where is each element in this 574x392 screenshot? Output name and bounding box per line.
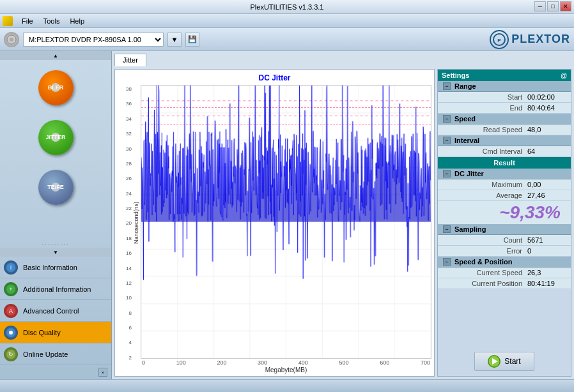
svg-text:P: P — [498, 38, 502, 43]
svg-text:i: i — [10, 264, 12, 271]
disc-items: BLER JITTER TE/FE — [0, 60, 111, 238]
average-row: Average 27,46 — [438, 190, 571, 201]
speed-collapse-button[interactable]: − — [443, 115, 451, 123]
scroll-down-button[interactable]: ▼ — [0, 248, 111, 257]
cmd-interval-row: Cmd Interval 64 — [438, 146, 571, 157]
drive-select[interactable]: M:PLEXTOR DVDR PX-890SA 1.00 — [23, 33, 164, 47]
close-button[interactable]: ✕ — [560, 1, 571, 11]
jitter-icon: JITTER — [38, 120, 74, 155]
nav-items: i Basic Information + Additional Informa… — [0, 257, 111, 365]
range-section-header: − Range — [438, 81, 571, 92]
online-update-label: Online Update — [23, 351, 68, 358]
main-area: ▲ BLER JITTER TE/FE ......... ▼ — [0, 51, 574, 379]
interval-collapse-button[interactable]: − — [443, 137, 451, 144]
chart-area: DC Jitter 383634323028262422201816141210… — [114, 69, 435, 377]
sidebar-item-additional-information[interactable]: + Additional Information — [0, 278, 111, 300]
start-button-area: Start — [438, 347, 571, 376]
save-button[interactable]: 💾 — [185, 33, 199, 47]
settings-panel: Settings @ − Range Start 00:02:00 End 80… — [437, 69, 571, 377]
advanced-control-icon: A — [4, 304, 18, 318]
speed-position-section-header: − Speed & Position — [438, 257, 571, 268]
y-axis-label: Nanosecond(ns) — [132, 85, 141, 373]
disc-quality-icon — [4, 326, 18, 340]
plextor-logo: P PLEXTOR — [490, 30, 570, 49]
sidebar-item-disc-quality[interactable]: Disc Quality — [0, 322, 111, 343]
tab-bar: Jitter — [114, 54, 571, 66]
sampling-collapse-button[interactable]: − — [443, 225, 451, 233]
additional-information-label: Additional Information — [23, 285, 91, 293]
svg-text:A: A — [9, 308, 13, 314]
start-row: Start 00:02:00 — [438, 92, 571, 103]
percent-display: ~9,33% — [438, 201, 571, 224]
current-position-row: Current Position 80:41:19 — [438, 278, 571, 289]
svg-point-11 — [9, 331, 13, 335]
x-axis-ticks: 0100200300400500600700 — [141, 359, 431, 366]
logo-circle: P — [490, 30, 509, 49]
disc-bler[interactable]: BLER — [30, 65, 81, 110]
statusbar — [0, 379, 574, 392]
menu-file[interactable]: File — [17, 16, 38, 26]
logo-text: PLEXTOR — [511, 33, 570, 46]
disc-quality-label: Disc Quality — [23, 329, 61, 336]
additional-information-icon: + — [4, 282, 18, 296]
end-row: End 80:40:64 — [438, 103, 571, 114]
online-update-icon: ↻ — [4, 347, 18, 361]
disc-jitter[interactable]: JITTER — [30, 115, 81, 160]
titlebar: PlexUTILITIES v1.3.3.1 ─ □ ✕ — [0, 0, 574, 14]
speed-section-header: − Speed — [438, 114, 571, 124]
svg-point-1 — [10, 38, 13, 41]
svg-text:↻: ↻ — [8, 351, 13, 358]
toolbar: M:PLEXTOR DVDR PX-890SA 1.00 ▼ 💾 P PLEXT… — [0, 28, 574, 51]
scroll-up-button[interactable]: ▲ — [0, 51, 111, 60]
dropdown-button[interactable]: ▼ — [167, 33, 182, 47]
settings-header: Settings @ — [438, 70, 571, 81]
menu-help[interactable]: Help — [65, 16, 89, 26]
app-title: PlexUTILITIES v1.3.3.1 — [251, 3, 324, 11]
start-button-icon — [488, 355, 500, 368]
current-speed-row: Current Speed 26,3 — [438, 268, 571, 278]
maximum-row: Maximum 0,00 — [438, 179, 571, 190]
dots-divider: ......... — [0, 238, 111, 248]
settings-at-icon[interactable]: @ — [561, 72, 567, 79]
x-axis-label: Megabyte(MB) — [141, 366, 431, 373]
range-collapse-button[interactable]: − — [443, 82, 451, 90]
basic-information-icon: i — [4, 260, 18, 275]
dc-jitter-section-header: − DC Jitter — [438, 169, 571, 179]
chart-plot — [141, 85, 431, 359]
sidebar-item-online-update[interactable]: ↻ Online Update — [0, 343, 111, 365]
jitter-canvas — [141, 86, 431, 358]
advanced-control-label: Advanced Control — [23, 307, 79, 315]
menu-tools[interactable]: Tools — [38, 16, 65, 26]
error-row: Error 0 — [438, 246, 571, 257]
chart-title: DC Jitter — [118, 73, 431, 82]
sidebar: ▲ BLER JITTER TE/FE ......... ▼ — [0, 51, 112, 379]
start-button[interactable]: Start — [474, 352, 534, 371]
sidebar-item-basic-information[interactable]: i Basic Information — [0, 257, 111, 278]
result-header: Result — [438, 157, 571, 169]
basic-information-label: Basic Information — [23, 264, 77, 271]
dc-jitter-collapse-button[interactable]: − — [443, 170, 451, 177]
minimize-button[interactable]: ─ — [534, 1, 546, 11]
tefe-icon: TE/FE — [38, 170, 74, 205]
disc-tefe[interactable]: TE/FE — [30, 165, 81, 209]
drive-icon — [4, 32, 19, 47]
speed-position-collapse-button[interactable]: − — [443, 258, 451, 266]
interval-section-header: − Interval — [438, 135, 571, 146]
app-icon — [3, 16, 13, 26]
expand-button[interactable]: » — [98, 368, 107, 377]
sampling-section-header: − Sampling — [438, 224, 571, 235]
y-axis-ticks: 3836343230282624222018161412108642 — [118, 85, 132, 373]
svg-text:+: + — [9, 286, 12, 292]
sidebar-item-advanced-control[interactable]: A Advanced Control — [0, 300, 111, 322]
read-speed-row: Read Speed 48,0 — [438, 124, 571, 135]
tab-jitter[interactable]: Jitter — [114, 54, 146, 66]
bler-icon: BLER — [38, 70, 74, 105]
maximize-button[interactable]: □ — [547, 1, 559, 11]
menubar: File Tools Help — [0, 14, 574, 28]
count-row: Count 5671 — [438, 235, 571, 246]
